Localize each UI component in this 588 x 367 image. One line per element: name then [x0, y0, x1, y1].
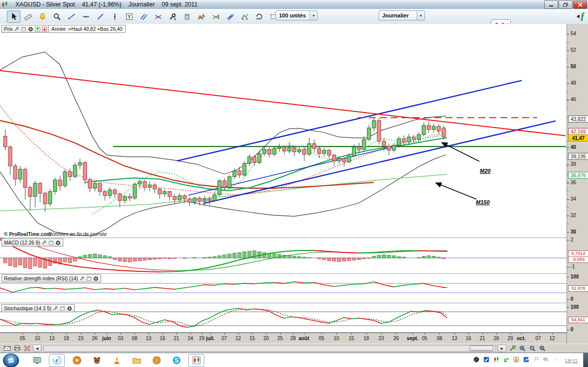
- drawing-settings-tool-button[interactable]: [166, 10, 179, 23]
- speaker-icon[interactable]: [553, 356, 560, 365]
- delete-drawing-tool-button[interactable]: [180, 10, 194, 23]
- tool-blue-icon[interactable]: [523, 356, 530, 365]
- date-label: 08: [437, 336, 442, 341]
- taskbar-app-media-player[interactable]: [69, 354, 85, 367]
- taskbar-app-skype[interactable]: S: [168, 354, 184, 367]
- arrow-down-icon[interactable]: [42, 26, 47, 32]
- sync-green-icon[interactable]: [503, 356, 510, 365]
- date-label: oct.: [517, 336, 526, 341]
- wrench-icon[interactable]: [41, 240, 47, 245]
- close-panel-icon[interactable]: [55, 240, 61, 245]
- volume-knob-icon[interactable]: [473, 356, 480, 365]
- svg-text:S: S: [174, 357, 178, 364]
- axis-tick: [567, 299, 569, 300]
- zoom-in-icon[interactable]: [537, 345, 547, 352]
- minor-tick: [567, 108, 569, 109]
- taskbar-app-pet-app[interactable]: [89, 354, 105, 367]
- detach-window-icon[interactable]: [48, 240, 54, 245]
- rsi-panel-header: Relative strength index (RSI) (14): [1, 274, 101, 282]
- wrench-icon[interactable]: [53, 306, 58, 311]
- measure-ruler-tool-button[interactable]: [21, 10, 35, 23]
- wrench-icon[interactable]: [79, 276, 85, 281]
- date-label: 07: [535, 336, 541, 341]
- detach-window-icon[interactable]: [60, 306, 65, 311]
- chevron-down-icon[interactable]: ▼: [417, 11, 425, 20]
- pattern-detector-tool-button[interactable]: [238, 10, 252, 23]
- detach-window-icon[interactable]: [86, 276, 92, 281]
- taskbar-app-internet-explorer[interactable]: e: [49, 354, 65, 367]
- close-button[interactable]: [573, 0, 587, 9]
- parallel-lines-tool-button[interactable]: [137, 10, 150, 23]
- angle-lines-tool-button[interactable]: [151, 10, 165, 23]
- wrench-icon[interactable]: [14, 26, 19, 32]
- date-tick: [121, 333, 121, 335]
- svg-text:© ProRealTime.com: © ProRealTime.com: [4, 232, 51, 237]
- java-app-icon[interactable]: [513, 356, 520, 365]
- oblique-line-tool-button[interactable]: [94, 10, 107, 23]
- date-tick: [252, 333, 253, 335]
- scrollbar-thumb[interactable]: [469, 346, 493, 351]
- arrow-up-icon[interactable]: [35, 26, 40, 32]
- date-label: 07: [221, 336, 227, 341]
- taskbar-app-vlc-player[interactable]: [109, 354, 125, 367]
- text-note-tool-button[interactable]: T: [123, 10, 136, 23]
- horizontal-scrollbar[interactable]: [43, 345, 496, 352]
- date-tick: [293, 333, 294, 335]
- stochastic-panel-title: Stochastique (14 3 5): [4, 306, 51, 311]
- taskbar-app-generic-app[interactable]: [29, 354, 45, 367]
- horizontal-line-tool-button[interactable]: [79, 10, 93, 23]
- symbol-title: XAGUSD - Silver Spot: [15, 1, 75, 8]
- zigzag-pattern-tool-button[interactable]: [195, 10, 208, 23]
- scroll-right-button[interactable]: ▶: [498, 345, 506, 352]
- action-flag-icon[interactable]: [533, 356, 540, 365]
- minor-tick: [567, 75, 569, 76]
- broker-f-icon[interactable]: ƒ: [577, 9, 588, 23]
- restore-button[interactable]: [559, 0, 573, 9]
- date-label: 15: [249, 336, 255, 341]
- period-dropdown[interactable]: Journalier ▼: [379, 10, 425, 20]
- detach-window-icon[interactable]: [21, 26, 26, 32]
- minimize-button[interactable]: [544, 0, 558, 9]
- date-axis: 051013182326juin03081316212429juil.07121…: [0, 333, 567, 344]
- stochastic-panel-header: Stochastique (14 3 5): [1, 304, 75, 312]
- lasso-select-tool-button[interactable]: [253, 10, 266, 23]
- printer-icon[interactable]: [12, 345, 22, 352]
- price-level-label: 36,976: [568, 172, 588, 179]
- taskbar-clock[interactable]: 18:11: [565, 358, 578, 364]
- axis-tick: [567, 100, 569, 100]
- date-tick: [366, 333, 367, 335]
- channel-lines-tool-button[interactable]: [224, 10, 237, 23]
- update-ok-icon[interactable]: [483, 356, 490, 365]
- close-panel-icon[interactable]: [67, 306, 72, 311]
- disabled-tool-icon[interactable]: [22, 345, 32, 352]
- start-button[interactable]: [3, 354, 19, 367]
- price-tick-label: 46: [571, 97, 576, 102]
- chart-canvas[interactable]: M20M150© ProRealTime.comDonnées en fin d…: [0, 24, 567, 333]
- adjust-tool-icon[interactable]: [507, 345, 517, 352]
- alarm-bell-tool-button[interactable]: [36, 10, 49, 23]
- close-panel-icon[interactable]: [28, 26, 33, 32]
- vertical-line-tool-button[interactable]: [108, 10, 122, 23]
- rsi-panel-title: Relative strength index (RSI) (14): [4, 276, 78, 281]
- network-icon[interactable]: [543, 356, 550, 365]
- close-panel-icon[interactable]: [93, 276, 99, 281]
- trendline-segment-tool-button[interactable]: [65, 10, 78, 23]
- chevron-down-icon[interactable]: ▼: [309, 11, 317, 20]
- date-label: 26: [92, 336, 97, 341]
- taskbar-app-coin-app[interactable]: [148, 354, 164, 367]
- units-dropdown[interactable]: 100 unités ▼: [276, 10, 318, 20]
- mail-envelope-icon[interactable]: [2, 345, 12, 352]
- taskbar-app-file-explorer[interactable]: [129, 354, 145, 367]
- zoom-fit-icon[interactable]: [517, 345, 527, 352]
- select-pointer-tool-button[interactable]: [7, 10, 20, 23]
- mini-candles-icon[interactable]: [493, 356, 500, 365]
- rsi-tick-label: 0: [571, 296, 574, 302]
- minor-tick: [567, 59, 569, 59]
- date-label: 21: [479, 336, 485, 341]
- scroll-left-button[interactable]: ◀: [33, 345, 41, 352]
- zoom-out-icon[interactable]: [527, 345, 537, 352]
- taskbar-app-prorealtime[interactable]: [188, 354, 204, 367]
- show-desktop-button[interactable]: [583, 353, 588, 367]
- zoom-magnifier-tool-button[interactable]: [50, 10, 64, 23]
- triangle-pattern-tool-button[interactable]: [209, 10, 223, 23]
